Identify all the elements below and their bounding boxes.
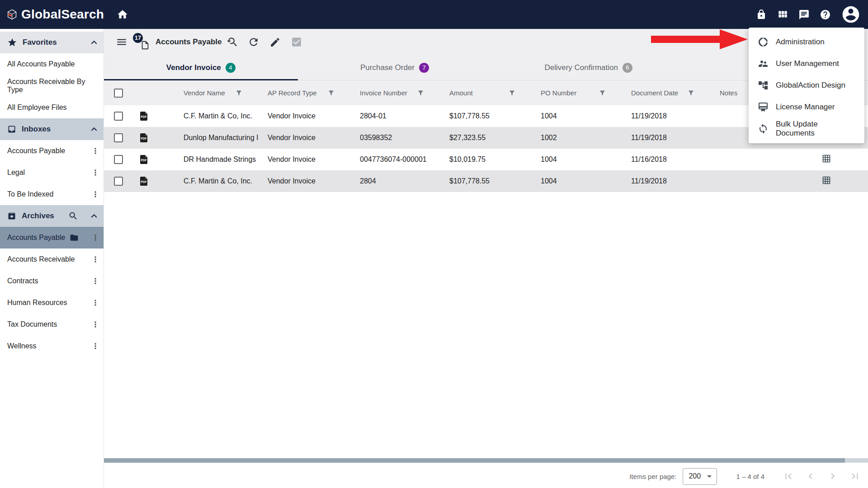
- menu-item-license-manager[interactable]: License Manager: [749, 96, 864, 118]
- refresh-icon[interactable]: [248, 36, 259, 48]
- select-all-checkbox-icon: [291, 36, 302, 48]
- top-app-bar: GlobalSearch: [0, 0, 868, 29]
- sidebar-item-label: To Be Indexed: [7, 190, 53, 198]
- sidebar-archive-wellness[interactable]: Wellness: [0, 335, 104, 357]
- more-options-icon[interactable]: [91, 277, 100, 286]
- tab-count-badge: 7: [419, 63, 429, 73]
- sidebar-archive-contracts[interactable]: Contracts: [0, 270, 104, 292]
- first-page-icon: [783, 470, 794, 482]
- tab-count-badge: 4: [226, 63, 236, 73]
- tab-vendor-invoice[interactable]: Vendor Invoice 4: [104, 55, 298, 80]
- sidebar-section-inboxes[interactable]: Inboxes: [0, 118, 104, 140]
- tab-delivery-confirmation[interactable]: Delivery Confirmation 6: [491, 55, 685, 80]
- bulk-update-icon: [758, 123, 769, 134]
- filter-icon[interactable]: [599, 89, 606, 96]
- lock-icon[interactable]: [756, 9, 767, 20]
- cell-ap-record-type: Vendor Invoice: [259, 155, 351, 164]
- feedback-icon[interactable]: [798, 9, 810, 20]
- row-checkbox[interactable]: [114, 133, 123, 142]
- row-checkbox[interactable]: [114, 155, 123, 164]
- sidebar-item-label: Accounts Payable: [7, 147, 65, 155]
- table-row[interactable]: C.F. Martin & Co, Inc. Vendor Invoice 28…: [104, 170, 868, 192]
- select-all-checkbox[interactable]: [114, 89, 123, 98]
- table-row[interactable]: DR Handmade Strings Vendor Invoice 00477…: [104, 149, 868, 170]
- modules-grid-icon[interactable]: [777, 9, 788, 20]
- tab-count-badge: 6: [623, 63, 632, 73]
- items-per-page-value: 200: [689, 472, 701, 480]
- filter-icon[interactable]: [509, 89, 515, 96]
- menu-item-label: License Manager: [776, 103, 835, 112]
- menu-icon[interactable]: [116, 36, 127, 48]
- cell-amount: $10,019.75: [440, 155, 532, 164]
- items-per-page-label: Items per page:: [629, 473, 676, 480]
- cell-amount: $107,778.55: [440, 112, 532, 120]
- tab-label: Purchase Order: [360, 63, 415, 72]
- notes-grid-icon[interactable]: [822, 154, 831, 163]
- sidebar-archive-accounts-receivable[interactable]: Accounts Receivable: [0, 249, 104, 270]
- sidebar-archive-human-resources[interactable]: Human Resources: [0, 292, 104, 314]
- column-invoice-number: Invoice Number: [351, 89, 440, 97]
- previous-page-icon: [805, 470, 816, 482]
- sidebar-item-all-accounts-payable[interactable]: All Accounts Payable: [0, 53, 104, 75]
- notes-grid-icon[interactable]: [822, 176, 831, 185]
- pdf-file-icon[interactable]: [138, 154, 175, 165]
- sidebar-inbox-accounts-payable[interactable]: Accounts Payable: [0, 140, 104, 162]
- filter-icon[interactable]: [236, 89, 242, 96]
- more-options-icon[interactable]: [91, 168, 100, 177]
- home-icon[interactable]: [117, 9, 128, 20]
- cell-vendor-name: Dunlop Manufacturing I...: [175, 134, 259, 142]
- more-options-icon[interactable]: [91, 233, 100, 242]
- sidebar-section-favorites[interactable]: Favorites: [0, 32, 104, 53]
- pdf-file-icon[interactable]: [138, 111, 175, 122]
- cell-document-date: 11/19/2018: [622, 112, 711, 120]
- sidebar: Favorites All Accounts Payable Accounts …: [0, 29, 104, 488]
- more-options-icon[interactable]: [91, 320, 100, 329]
- chevron-up-icon[interactable]: [88, 210, 100, 222]
- tab-purchase-order[interactable]: Purchase Order 7: [298, 55, 492, 80]
- pdf-file-icon[interactable]: [138, 176, 175, 187]
- sidebar-item-label: Accounts Receivable By Type: [7, 78, 100, 94]
- sidebar-inbox-legal[interactable]: Legal: [0, 162, 104, 183]
- sidebar-item-all-employee-files[interactable]: All Employee Files: [0, 97, 104, 118]
- sidebar-inbox-to-be-indexed[interactable]: To Be Indexed: [0, 183, 104, 205]
- license-manager-icon: [758, 102, 769, 113]
- items-per-page-select[interactable]: 200: [683, 468, 717, 485]
- account-avatar-icon[interactable]: [841, 5, 861, 24]
- chevron-up-icon[interactable]: [88, 37, 100, 48]
- row-checkbox[interactable]: [114, 177, 123, 186]
- pdf-file-icon[interactable]: [138, 132, 175, 143]
- row-checkbox[interactable]: [114, 112, 123, 121]
- menu-item-administration[interactable]: Administration: [749, 31, 864, 53]
- more-options-icon[interactable]: [91, 255, 100, 264]
- search-icon[interactable]: [68, 211, 78, 221]
- filter-icon[interactable]: [417, 89, 424, 96]
- more-options-icon[interactable]: [91, 298, 100, 307]
- more-options-icon[interactable]: [91, 190, 100, 199]
- page-range-label: 1 – 4 of 4: [736, 473, 764, 480]
- scrollbar-thumb[interactable]: [104, 458, 845, 463]
- document-count-badge: 17: [133, 33, 143, 43]
- page-title: Accounts Payable: [156, 38, 222, 47]
- app-title: GlobalSearch: [21, 7, 104, 22]
- refine-search-icon[interactable]: [226, 36, 238, 48]
- administration-icon: [758, 37, 769, 47]
- sidebar-archive-accounts-payable[interactable]: Accounts Payable: [0, 227, 104, 249]
- help-icon[interactable]: [820, 9, 831, 20]
- menu-item-bulk-update-documents[interactable]: Bulk Update Documents: [749, 118, 864, 140]
- more-options-icon[interactable]: [91, 146, 100, 155]
- more-options-icon[interactable]: [91, 342, 100, 351]
- sidebar-section-archives[interactable]: Archives: [0, 205, 104, 227]
- column-ap-record-type: AP Record Type: [259, 89, 351, 97]
- sidebar-archive-tax-documents[interactable]: Tax Documents: [0, 314, 104, 335]
- cell-document-date: 11/19/2018: [622, 177, 711, 185]
- cell-document-date: 11/16/2018: [622, 155, 711, 164]
- chevron-up-icon[interactable]: [88, 123, 100, 135]
- menu-item-user-management[interactable]: User Management: [749, 53, 864, 75]
- filter-icon[interactable]: [688, 89, 694, 96]
- menu-item-globalaction-design[interactable]: GlobalAction Design: [749, 75, 864, 96]
- edit-icon[interactable]: [269, 37, 281, 48]
- filter-icon[interactable]: [328, 89, 335, 96]
- cell-vendor-name: C.F. Martin & Co, Inc.: [175, 177, 259, 185]
- sidebar-item-accounts-receivable-by-type[interactable]: Accounts Receivable By Type: [0, 75, 104, 97]
- menu-item-label: Bulk Update Documents: [776, 120, 858, 138]
